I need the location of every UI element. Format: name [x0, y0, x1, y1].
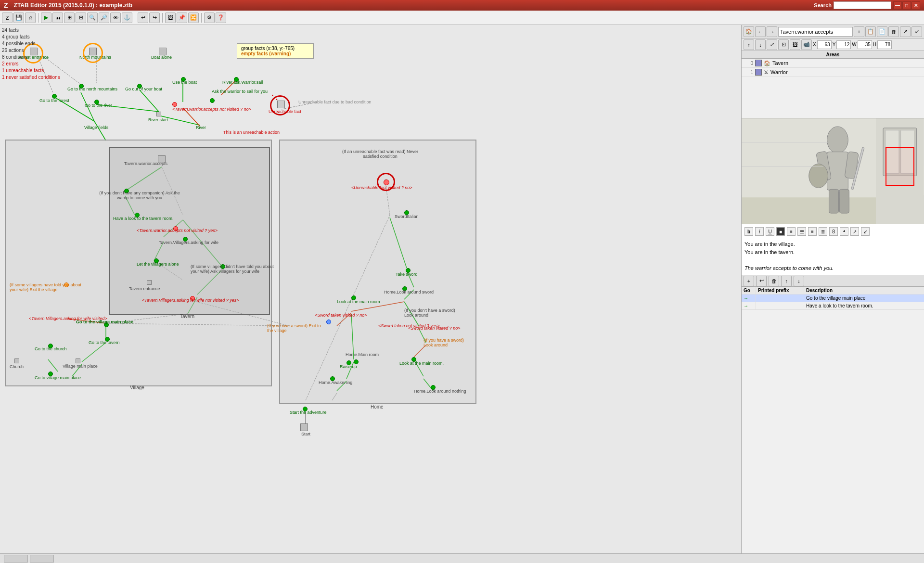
ask-warrior-sail-label[interactable]: Ask the warrior to sail for you — [212, 89, 268, 94]
bt-up-button[interactable]: ↑ — [781, 276, 792, 286]
pin-button[interactable]: 📌 — [177, 13, 187, 23]
view-button[interactable]: 👁 — [110, 13, 121, 23]
boat-alone-node[interactable] — [159, 48, 167, 55]
use-boat-label[interactable]: Use the boat — [172, 80, 197, 85]
ask-warrior-sail-dot[interactable] — [210, 98, 215, 103]
rt-forward-button[interactable]: → — [767, 26, 777, 37]
home-main-room-dot[interactable] — [354, 359, 359, 364]
layout1-button[interactable]: ⊞ — [64, 13, 75, 23]
river-warrior-label[interactable]: River.ask.Warrior.sail — [222, 80, 263, 85]
go-row-1[interactable]: → Have a look to the tavern room. — [742, 302, 924, 310]
coord-y-input[interactable] — [836, 40, 851, 49]
unreachable-visited-dot[interactable] — [384, 179, 389, 185]
sword-taken-no-label: <Sword taken visited ? no> — [315, 313, 367, 318]
rt-image-button[interactable]: 🖼 — [790, 39, 800, 50]
rt-fit-button[interactable]: ⊡ — [778, 39, 789, 50]
rt-down-button[interactable]: ↓ — [755, 39, 766, 50]
text-content[interactable]: You are in the village. You are in the t… — [744, 239, 922, 273]
go-north-mountains-label[interactable]: Go to the north mountains — [67, 87, 117, 91]
color-button[interactable]: ■ — [776, 227, 785, 236]
align-left-button[interactable]: ≡ — [787, 227, 796, 236]
maximize-button[interactable]: □ — [902, 1, 911, 9]
search-input[interactable] — [834, 1, 891, 9]
indent-button[interactable]: ⁴ — [840, 227, 848, 236]
align-center-button[interactable]: ☰ — [797, 227, 806, 236]
area-row-1[interactable]: 1 ⚔ Warrior — [742, 68, 924, 77]
look-main-room-label: Look at the main room — [337, 299, 380, 304]
shuffle-button[interactable]: 🔀 — [188, 13, 199, 23]
minimize-button[interactable]: — — [893, 1, 902, 9]
rt-add-button[interactable]: + — [854, 26, 864, 37]
coord-x-input[interactable] — [817, 40, 832, 49]
align-justify-button[interactable]: ≣ — [819, 227, 827, 236]
print-button[interactable]: 🖨 — [25, 13, 36, 23]
warrior-direction-dot[interactable] — [326, 320, 331, 324]
river-start-node[interactable] — [156, 112, 161, 116]
zoom-out-button[interactable]: 🔎 — [99, 13, 109, 23]
rt-up-button[interactable]: ↑ — [744, 39, 754, 50]
start-node[interactable] — [300, 423, 308, 431]
redo-button[interactable]: ↪ — [149, 13, 160, 23]
help-button[interactable]: ❓ — [216, 13, 226, 23]
church-node[interactable] — [14, 358, 19, 363]
rt-paste-button[interactable]: 📄 — [877, 26, 887, 37]
rt-back-button[interactable]: ← — [755, 26, 766, 37]
tavern-accepts-dot-top[interactable] — [172, 102, 177, 107]
area-color-1 — [755, 69, 762, 76]
export-text-button[interactable]: ↗ — [850, 227, 859, 236]
settings-button[interactable]: ⚙ — [204, 13, 215, 23]
rt-resize-button[interactable]: ⤢ — [767, 39, 777, 50]
import-text-button[interactable]: ↙ — [861, 227, 870, 236]
go-out-boat-label[interactable]: Go out of your boat — [125, 87, 162, 91]
go-river-label[interactable]: Go to the river — [85, 103, 112, 108]
image-button[interactable]: 🖼 — [165, 13, 176, 23]
coord-w-input[interactable] — [858, 40, 872, 49]
bold-button[interactable]: b — [744, 227, 753, 236]
home-group-label: Home — [371, 404, 384, 409]
tavern-entrance-node[interactable] — [147, 280, 152, 285]
layout2-button[interactable]: ⊟ — [76, 13, 86, 23]
river-label[interactable]: River — [196, 125, 206, 130]
go-row-0[interactable]: → Go to the village main place — [742, 294, 924, 302]
coord-y: Y — [833, 40, 851, 49]
coord-h-input[interactable] — [877, 40, 892, 49]
river-start-label[interactable]: River start — [148, 117, 168, 122]
canvas[interactable]: 24 facts 4 group facts 4 possible ends 2… — [0, 25, 741, 553]
svg-line-6 — [140, 90, 159, 112]
go-to-forest-label[interactable]: Go to the forest — [39, 98, 69, 103]
save-button[interactable]: 💾 — [13, 13, 24, 23]
go-village-main-label: Go to the village main place — [76, 320, 133, 324]
rt-delete-button[interactable]: 🗑 — [888, 26, 899, 37]
align-right-button[interactable]: ≡ — [808, 227, 817, 236]
boat-alone-label[interactable]: Boat alone — [151, 55, 172, 60]
village-fields-label[interactable]: Village fields — [84, 125, 108, 130]
tavern-warrior-accepts-top[interactable]: <Tavern.warrior.accepts not visited ? no… — [172, 107, 251, 112]
bt-delete-button[interactable]: 🗑 — [769, 276, 779, 286]
bt-add-button[interactable]: + — [744, 276, 754, 286]
undo-button[interactable]: ↩ — [138, 13, 148, 23]
area-row-0[interactable]: 0 🏠 Tavern — [742, 59, 924, 68]
bt-down-button[interactable]: ↓ — [794, 276, 804, 286]
list-button[interactable]: 8 — [829, 227, 838, 236]
zoom-in-button[interactable]: 🔍 — [87, 13, 98, 23]
bt-undo-button[interactable]: ↩ — [756, 276, 767, 286]
rt-video-button[interactable]: 📹 — [801, 39, 812, 50]
unreachable-action-label: This is an unreachable action — [223, 130, 280, 135]
link-button[interactable]: ⚓ — [122, 13, 132, 23]
rt-import-button[interactable]: ↙ — [911, 26, 922, 37]
stat-actions: 26 actions — [2, 47, 60, 54]
village-main-place-node[interactable] — [76, 358, 80, 363]
bottom-panel: + ↩ 🗑 ↑ ↓ Go Printed prefix Description … — [742, 275, 924, 333]
close-button[interactable]: ✕ — [911, 1, 920, 9]
rt-export-button[interactable]: ↗ — [900, 26, 911, 37]
prev-button[interactable]: ⏮ — [52, 13, 63, 23]
rt-search-input[interactable]: Tavern.warrior.accepts — [778, 27, 853, 37]
rt-copy-button[interactable]: 📋 — [865, 26, 876, 37]
play-button[interactable]: ▶ — [41, 13, 51, 23]
rt-home-button[interactable]: 🏠 — [744, 26, 754, 37]
underline-button[interactable]: U — [766, 227, 774, 236]
north-mountains-circle — [83, 43, 103, 63]
area-icon-1: ⚔ — [764, 69, 769, 76]
new-button[interactable]: Z — [2, 13, 13, 23]
italic-button[interactable]: i — [755, 227, 764, 236]
